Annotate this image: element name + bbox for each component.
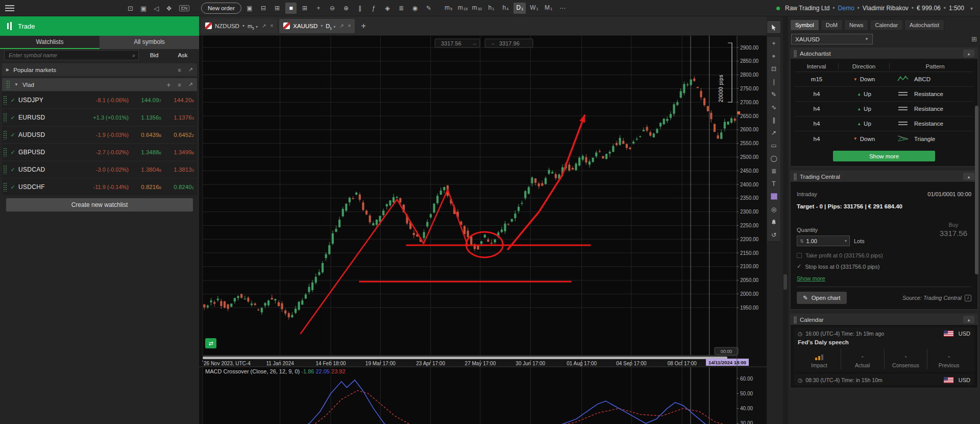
add-chart-icon[interactable]: + xyxy=(313,3,324,14)
calendar-event[interactable]: ◷16:00 (UTC-4) Time: 1h 19m agoUSDFed's … xyxy=(794,327,974,371)
tab-news[interactable]: News xyxy=(844,19,869,31)
autochartist-row[interactable]: h4▼DownTriangle xyxy=(795,131,973,146)
watchlist-row-USDCAD[interactable]: ✓USDCAD-3.0 (-0.02%)1.380481.38133 xyxy=(2,161,197,178)
watchlist-row-USDJPY[interactable]: ✓USDJPY-8.1 (-0.06%)144.097144.206 xyxy=(2,92,197,108)
create-watchlist-button[interactable]: Create new watchlist xyxy=(6,198,193,211)
brush-icon[interactable]: ∿ xyxy=(767,101,780,113)
language-badge[interactable]: EN xyxy=(179,5,190,11)
replay-icon[interactable]: ↺ xyxy=(767,228,780,241)
tab-watchlists[interactable]: Watchlists xyxy=(0,36,100,49)
add-symbol-icon[interactable]: + xyxy=(166,81,170,89)
camera-icon[interactable]: ◎ xyxy=(767,203,780,216)
timeframe-m15[interactable]: m15 xyxy=(456,3,469,14)
tab-calendar[interactable]: Calendar xyxy=(870,19,903,31)
grid-view-icon[interactable]: ⊞ xyxy=(272,3,283,14)
cursor-tool-icon[interactable] xyxy=(767,20,781,34)
drag-handle[interactable] xyxy=(3,148,7,157)
main-menu-icon[interactable] xyxy=(0,0,19,16)
popout-icon[interactable]: ↗ xyxy=(188,81,193,88)
autochartist-row[interactable]: h4▲UpResistance xyxy=(795,116,973,131)
info-icon[interactable]: i xyxy=(965,295,971,301)
smart-arrow-icon[interactable]: ↗ xyxy=(767,126,780,139)
drag-handle[interactable] xyxy=(3,165,7,174)
zoom-out-icon[interactable]: ⊖ xyxy=(327,3,338,14)
visibility-icon[interactable]: ◉ xyxy=(409,3,421,14)
timeframe-h1[interactable]: h1 xyxy=(485,3,497,14)
collapse-icon[interactable]: ▴ xyxy=(963,316,974,323)
drag-handle[interactable] xyxy=(3,96,7,105)
drag-handle[interactable] xyxy=(794,173,797,180)
chart-tab-NZDUSD[interactable]: NZDUSD▾m5 ▾↗× xyxy=(201,19,277,33)
tab-timeframe[interactable]: D1 ▾ xyxy=(326,23,335,29)
target-icon[interactable]: ⌖ xyxy=(767,50,780,62)
open-chart-button[interactable]: ✎ Open chart xyxy=(797,292,847,304)
vertical-line-icon[interactable]: ∣ xyxy=(767,75,780,88)
single-view-icon[interactable]: ■ xyxy=(285,3,297,14)
alert-bell-icon[interactable] xyxy=(767,216,780,228)
close-icon[interactable]: × xyxy=(270,23,273,29)
tab-all-symbols[interactable]: All symbols xyxy=(100,36,199,49)
crosshair-icon[interactable]: + xyxy=(767,37,780,50)
panel-resize-handle[interactable] xyxy=(783,274,787,290)
popout-icon[interactable]: ↗ xyxy=(339,23,344,29)
timeframe-h4[interactable]: h4 xyxy=(499,3,511,14)
drag-handle[interactable] xyxy=(6,80,10,89)
tab-timeframe[interactable]: m5 ▾ xyxy=(248,23,258,29)
workspace-layout-icon[interactable]: ⊟ xyxy=(258,3,269,14)
timeframe-m5[interactable]: m5 xyxy=(442,3,454,14)
collapse-icon[interactable]: ▴ xyxy=(963,173,974,180)
color-swatch[interactable] xyxy=(767,190,780,203)
drag-handle[interactable] xyxy=(3,130,7,139)
timeframe-D1[interactable]: D1 xyxy=(513,3,526,14)
popout-icon[interactable]: ↗ xyxy=(188,66,193,73)
sound-icon[interactable]: ◁ xyxy=(154,5,159,12)
layers-icon[interactable]: ≣ xyxy=(396,3,407,14)
drag-handle[interactable] xyxy=(794,50,797,57)
add-chart-tab-button[interactable]: + xyxy=(357,21,370,31)
text-tool-icon[interactable]: T xyxy=(767,177,780,190)
measure-icon[interactable]: ⊡ xyxy=(767,62,780,75)
trend-lines-icon[interactable]: ∥ xyxy=(767,113,780,126)
symbol-search-input[interactable] xyxy=(4,50,139,60)
plugins-icon[interactable]: ❖ xyxy=(166,5,172,12)
chart-settings-icon[interactable]: ✎ xyxy=(423,3,434,14)
tab-autochartist[interactable]: Autochartist xyxy=(904,19,944,31)
chart-tab-XAUUSD[interactable]: XAUUSD▾D1 ▾↗× xyxy=(279,19,355,33)
account-selector[interactable]: Raw Trading Ltd• Demo• Vladimir Ribakov•… xyxy=(776,0,973,16)
calendar-event[interactable]: ◷08:30 (UTC-4) Time: in 15h 10mUSD xyxy=(794,374,974,385)
scrollbar-thumb[interactable] xyxy=(975,106,978,274)
timeframe-M1[interactable]: M1 xyxy=(542,3,554,14)
drag-handle[interactable] xyxy=(794,316,797,323)
watchlist-row-USDCHF[interactable]: ✓USDCHF-11.9 (-0.14%)0.821660.82401 xyxy=(2,179,197,195)
indicators-icon[interactable]: ∥ xyxy=(354,3,365,14)
split-view-icon[interactable]: ⊞ xyxy=(299,3,310,14)
chart-mode-icon[interactable]: ▣ xyxy=(244,3,255,14)
rectangle-icon[interactable]: ▭ xyxy=(767,139,780,152)
price-chart[interactable]: 2900.002850.002800.002750.002700.002650.… xyxy=(199,36,767,424)
autochartist-show-more-button[interactable]: Show more xyxy=(833,151,935,161)
close-icon[interactable]: × xyxy=(348,23,351,29)
new-chart-icon[interactable]: ⊞ xyxy=(971,35,977,43)
tc-show-more-link[interactable]: Show more xyxy=(797,275,825,281)
zoom-in-icon[interactable]: ⊕ xyxy=(340,3,352,14)
autochartist-row[interactable]: h4▲UpResistance xyxy=(795,102,973,116)
collapse-icon[interactable]: ▴ xyxy=(963,50,974,57)
watchlist-group-row[interactable]: ▼ Vlad + ≡ ↗ xyxy=(2,78,197,91)
list-icon[interactable]: ≡ xyxy=(178,67,181,73)
bots-icon[interactable]: ◈ xyxy=(382,3,393,14)
watchlist-row-EURUSD[interactable]: ✓EURUSD+1.3 (+0.01%)1.135651.13763 xyxy=(2,109,197,126)
tab-dom[interactable]: DoM xyxy=(821,19,843,31)
new-order-button[interactable]: New order xyxy=(201,3,241,14)
drag-handle[interactable] xyxy=(3,113,7,122)
list-icon[interactable]: ≡ xyxy=(178,82,181,88)
watchlist-row-GBPUSD[interactable]: ✓GBPUSD-2.7 (-0.02%)1.348861.34998 xyxy=(2,144,197,160)
autochartist-row[interactable]: h4▲UpResistance xyxy=(795,87,973,102)
popout-icon[interactable]: ↗ xyxy=(262,23,266,29)
fibonacci-icon[interactable]: ≣ xyxy=(767,164,780,177)
more-timeframes-icon[interactable]: ⋯ xyxy=(557,3,568,14)
symbol-select[interactable]: XAUUSD▼ xyxy=(791,34,873,44)
watchlist-row-AUDUSD[interactable]: ✓AUDUSD-1.9 (-0.03%)0.643980.64522 xyxy=(2,127,197,143)
windows-icon[interactable]: ▣ xyxy=(140,5,146,12)
functions-icon[interactable]: ƒ xyxy=(368,3,379,14)
quantity-stepper[interactable]: ⇅ 1.00 ▾ xyxy=(797,235,850,246)
